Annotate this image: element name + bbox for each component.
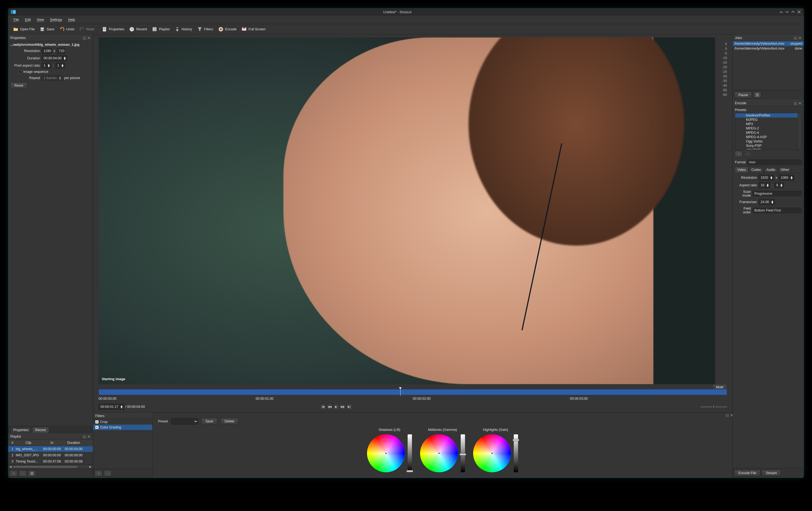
resolution-height-input[interactable]: 720 bbox=[57, 48, 65, 54]
playlist-scrollbar[interactable]: ◀▶ bbox=[8, 465, 93, 469]
preset-add-button[interactable]: ＋ bbox=[735, 151, 743, 157]
properties-button[interactable]: Properties bbox=[99, 25, 126, 33]
job-row[interactable]: /home/ddennedy/Videos/test.movstopped bbox=[733, 41, 804, 46]
enc-ar-a-input[interactable]: 16▲▼ bbox=[759, 182, 770, 188]
close-icon[interactable]: ✕ bbox=[798, 36, 802, 40]
playlist-row[interactable]: 2IMG_0357.JPG00:00:00:0000:00:00:00 bbox=[8, 452, 93, 458]
dock-icon[interactable]: ◱ bbox=[725, 413, 729, 417]
preset-item[interactable]: MJPEG bbox=[735, 117, 802, 122]
encode-tab[interactable]: Other bbox=[778, 167, 791, 173]
menu-edit[interactable]: Edit bbox=[22, 17, 34, 23]
par-a-input[interactable]: 1▲▼ bbox=[42, 62, 51, 68]
par-b-input[interactable]: 1▲▼ bbox=[56, 62, 65, 68]
filter-remove-button[interactable]: － bbox=[104, 471, 112, 476]
fps-input[interactable]: 24.00▲▼ bbox=[759, 199, 775, 205]
pause-button[interactable]: Pause bbox=[734, 92, 752, 98]
enc-height-input[interactable]: 1080▲▼ bbox=[779, 175, 794, 181]
dock-icon[interactable]: ◱ bbox=[83, 36, 86, 40]
open-file-button[interactable]: Open File bbox=[11, 25, 37, 33]
close-icon[interactable]: ✕ bbox=[730, 413, 733, 417]
encode-button[interactable]: Encode bbox=[216, 25, 239, 33]
image-sequence-checkbox[interactable] bbox=[19, 70, 22, 74]
luma-slider[interactable] bbox=[408, 434, 412, 472]
preset-item[interactable]: MPEG-4-ASP bbox=[735, 135, 802, 139]
redo-button[interactable]: Redo bbox=[77, 25, 97, 33]
playlist-row[interactable]: 1blg_wheels_...00:00:00:0000:00:04:00 bbox=[8, 446, 93, 452]
encode-tab[interactable]: Codec bbox=[749, 167, 763, 173]
play-button[interactable]: ▶ bbox=[334, 404, 339, 409]
tab-properties[interactable]: Properties bbox=[10, 427, 32, 433]
preset-item[interactable]: Sony-PSP bbox=[735, 144, 802, 148]
stream-button[interactable]: Stream bbox=[762, 470, 781, 476]
filters-button[interactable]: Filters bbox=[195, 25, 215, 33]
playlist-row[interactable]: 3Timing Testsl...00:00:47:0800:00:40:08 bbox=[8, 458, 93, 465]
color-wheel[interactable] bbox=[367, 434, 405, 472]
skip-next-button[interactable]: ▶| bbox=[346, 404, 352, 409]
reset-button[interactable]: Reset bbox=[10, 82, 27, 89]
close-icon[interactable]: ✕ bbox=[87, 435, 91, 438]
preset-select[interactable] bbox=[171, 418, 198, 425]
playlist-menu-button[interactable]: ☰ bbox=[28, 471, 36, 476]
preset-item[interactable]: MPEG-2 bbox=[735, 126, 802, 131]
luma-slider[interactable] bbox=[514, 434, 518, 472]
preset-item[interactable]: MP3 bbox=[735, 122, 802, 126]
save-button[interactable]: Save bbox=[37, 25, 57, 33]
recent-button[interactable]: Recent bbox=[127, 25, 149, 33]
preset-item[interactable]: lossless/ProRes bbox=[735, 113, 802, 117]
scan-mode-select[interactable]: Progressive bbox=[752, 191, 802, 196]
playhead[interactable] bbox=[400, 388, 401, 396]
filter-add-button[interactable]: ＋ bbox=[95, 471, 102, 476]
dock-icon[interactable]: ◱ bbox=[83, 435, 86, 438]
dock-icon[interactable]: ◱ bbox=[793, 101, 798, 105]
close-button[interactable] bbox=[797, 10, 801, 14]
undo-button[interactable]: Undo bbox=[57, 25, 77, 33]
encode-tab[interactable]: Video bbox=[735, 167, 748, 173]
timeline-track[interactable] bbox=[98, 389, 727, 395]
wheel-dot[interactable] bbox=[492, 453, 493, 454]
preset-item[interactable]: MPEG-4 bbox=[735, 131, 802, 135]
dock-icon[interactable]: ◱ bbox=[793, 36, 798, 40]
history-button[interactable]: History bbox=[172, 25, 194, 33]
close-icon[interactable]: ✕ bbox=[798, 101, 802, 105]
color-wheel[interactable] bbox=[473, 434, 511, 472]
preset-save-button[interactable]: Save bbox=[201, 418, 218, 425]
checkbox-icon[interactable]: ✓ bbox=[95, 420, 98, 424]
filter-item[interactable]: ✓Color Grading bbox=[93, 425, 152, 430]
menu-settings[interactable]: Settings bbox=[47, 17, 65, 23]
playlist-remove-button[interactable]: － bbox=[19, 471, 27, 476]
field-order-select[interactable]: Bottom Field First bbox=[752, 208, 802, 213]
wheel-dot[interactable] bbox=[438, 453, 440, 454]
skip-prev-button[interactable]: |◀ bbox=[320, 404, 326, 409]
jobs-menu-button[interactable]: ☰ bbox=[754, 92, 761, 98]
timeline[interactable]: 00:00:00;0000:00:01;0000:00:02;0000:00:0… bbox=[93, 389, 732, 403]
maximize-up-button[interactable] bbox=[791, 10, 795, 14]
menu-help[interactable]: Help bbox=[65, 17, 78, 23]
close-icon[interactable]: ✕ bbox=[87, 36, 91, 40]
current-time-input[interactable]: 00:00:01:17▲▼ bbox=[98, 404, 124, 410]
enc-width-input[interactable]: 1920▲▼ bbox=[759, 175, 774, 181]
menu-file[interactable]: File bbox=[11, 17, 22, 23]
minimize-button[interactable] bbox=[779, 10, 783, 14]
menu-view[interactable]: View bbox=[34, 17, 47, 23]
wheel-dot[interactable] bbox=[385, 453, 386, 454]
checkbox-icon[interactable]: ✓ bbox=[95, 426, 98, 429]
filter-item[interactable]: ✓Crop bbox=[93, 419, 152, 425]
preset-delete-button[interactable]: Delete bbox=[221, 418, 238, 425]
duration-input[interactable]: 00:00:04:00▲▼ bbox=[42, 55, 67, 61]
fullscreen-button[interactable]: Full Screen bbox=[239, 25, 268, 33]
resolution-width-input[interactable]: 1280 bbox=[42, 48, 52, 54]
forward-button[interactable]: ▶▶ bbox=[340, 404, 345, 409]
encode-file-button[interactable]: Encode File bbox=[734, 470, 760, 476]
rewind-button[interactable]: ◀◀ bbox=[327, 404, 332, 409]
preset-remove-button[interactable]: － bbox=[744, 151, 752, 157]
enc-ar-b-input[interactable]: 9▲▼ bbox=[774, 182, 784, 188]
job-row[interactable]: /home/ddennedy/Videos/test.movdone bbox=[733, 46, 804, 51]
preset-item[interactable]: stills/BMP bbox=[735, 148, 802, 150]
tab-recent[interactable]: Recent bbox=[32, 427, 49, 433]
presets-scrollbar[interactable] bbox=[798, 113, 802, 149]
preset-item[interactable]: Ogg Vorbis bbox=[735, 139, 802, 144]
playlist-add-button[interactable]: ＋ bbox=[10, 471, 17, 476]
encode-tab[interactable]: Audio bbox=[764, 167, 778, 173]
luma-slider[interactable] bbox=[461, 434, 465, 472]
playlist-button[interactable]: Playlist bbox=[150, 25, 172, 33]
